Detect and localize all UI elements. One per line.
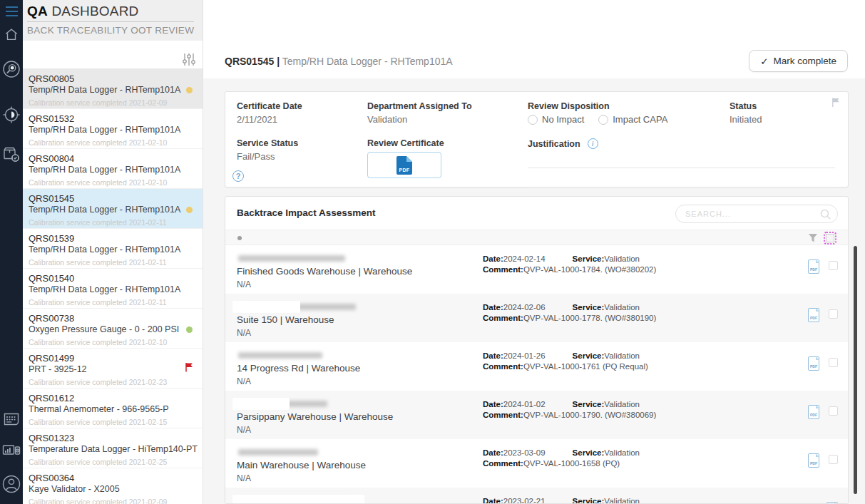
list-item[interactable]: QRS00804 Temp/RH Data Logger - RHTemp101…: [23, 149, 203, 189]
record-id: QRS01612: [29, 393, 181, 403]
table-row[interactable]: Suite 150 | Warehouse N/A Date:2024-02-0…: [225, 294, 848, 342]
menu-icon[interactable]: [0, 5, 23, 18]
search-input[interactable]: [676, 205, 837, 222]
mark-complete-button[interactable]: ✓ Mark complete: [749, 50, 848, 72]
row-comment: QVP-VAL-1000-1784. (WO#380202): [523, 265, 656, 274]
row-service: Validation: [604, 448, 640, 457]
table-row[interactable]: Parsippany Warehouse | Warehouse N/A Dat…: [225, 391, 848, 439]
assessment-table-header: [225, 230, 848, 245]
app-window: QA DASHBOARD BACK TRACEABILITY OOT REVIE…: [0, 0, 865, 504]
date-label: Date:: [483, 254, 503, 263]
list-item[interactable]: QRS01539 Temp/RH Data Logger - RHTemp101…: [23, 229, 203, 269]
justification-label: Justification: [528, 139, 580, 149]
row-comment: QVP-VAL-1000-1790. (WO#380069): [523, 411, 656, 419]
date-label: Date:: [483, 400, 503, 408]
radio-impact-capa[interactable]: Impact CAPA: [598, 114, 667, 125]
funnel-filter-icon[interactable]: [808, 233, 818, 243]
list-item[interactable]: QRS01540 Temp/RH Data Logger - RHTemp101…: [23, 269, 203, 309]
row-pdf-icon[interactable]: PDF: [808, 405, 819, 419]
row-checkbox[interactable]: [829, 309, 838, 319]
radio-no-impact[interactable]: No Impact: [528, 114, 584, 125]
row-date: 2024-02-14: [503, 254, 546, 263]
justification-input-line[interactable]: [528, 149, 835, 168]
record-meta: Calibration service completed 2021-02-11: [29, 298, 181, 307]
calculator-icon[interactable]: [0, 411, 23, 428]
yellow-dot-indicator: [186, 87, 193, 93]
row-service: Validation: [604, 351, 640, 360]
service-status-field: Service Status Fail/Pass: [237, 138, 367, 187]
row-date: 2024-01-02: [503, 400, 546, 408]
table-row[interactable]: Date:2023-02-21Service:Validation PDF: [225, 488, 848, 504]
row-checkbox[interactable]: [829, 358, 838, 367]
green-dot-indicator: [186, 326, 193, 333]
row-pdf-icon[interactable]: PDF: [808, 259, 819, 274]
row-location: Suite 150 | Warehouse: [237, 314, 483, 325]
user-icon[interactable]: [0, 474, 23, 494]
list-item[interactable]: QRS01499 PRT - 3925-12 Calibration servi…: [23, 349, 203, 389]
detail-header: QRS01545 | Temp/RH Data Logger - RHTemp1…: [203, 0, 865, 78]
yellow-dot-indicator: [186, 207, 193, 213]
target-icon[interactable]: [0, 106, 23, 124]
record-meta: Calibration service completed 2021-02-11: [29, 258, 181, 267]
help-icon[interactable]: ?: [232, 170, 244, 182]
list-item[interactable]: QRS00738 Oxygen Pressure Gauge - 0 - 200…: [23, 309, 203, 349]
list-item[interactable]: QRS01532 Temp/RH Data Logger - RHTemp101…: [23, 109, 203, 149]
row-pdf-label: PDF: [809, 364, 819, 369]
row-service: Validation: [604, 254, 640, 263]
home-icon[interactable]: [0, 26, 23, 43]
list-item-selected[interactable]: QRS01545 Temp/RH Data Logger - RHTemp101…: [23, 189, 203, 229]
justification-input-line[interactable]: [528, 168, 835, 187]
radio-circle[interactable]: [598, 115, 608, 125]
row-pdf-label: PDF: [809, 316, 819, 320]
filter-sliders-icon[interactable]: [182, 53, 196, 66]
flag-icon[interactable]: [831, 97, 841, 108]
table-row[interactable]: Finished Goods Warehouse | Warehouse N/A…: [225, 245, 848, 294]
page-title: QA DASHBOARD: [27, 4, 194, 22]
list-item[interactable]: QRS00364 Kaye Validator - X2005 Calibrat…: [23, 468, 203, 504]
package-check-icon[interactable]: [0, 145, 23, 163]
redacted-company-name: [237, 496, 483, 504]
scrollbar[interactable]: [854, 246, 857, 494]
row-checkbox[interactable]: [829, 261, 838, 270]
detail-panel: QRS01545 | Temp/RH Data Logger - RHTemp1…: [203, 0, 865, 504]
row-pdf-icon[interactable]: PDF: [808, 453, 819, 468]
row-na: N/A: [237, 279, 483, 289]
row-date: 2024-01-26: [503, 351, 546, 360]
radio-circle[interactable]: [528, 115, 538, 125]
record-meta: Calibration service completed 2021-02-15: [29, 418, 181, 426]
select-all-checkbox[interactable]: [826, 234, 834, 242]
department-value: Validation: [367, 114, 528, 125]
record-device: Temp/RH Data Logger - RHTemp101A: [29, 164, 181, 175]
info-icon[interactable]: i: [588, 138, 598, 149]
record-device: PRT - 3925-12: [29, 364, 181, 375]
comment-label: Comment:: [483, 314, 523, 322]
service-label: Service:: [573, 400, 605, 408]
row-pdf-icon[interactable]: PDF: [808, 356, 819, 371]
assessment-title: Backtrace Impact Assessment: [237, 207, 376, 218]
list-item[interactable]: QRS01612 Thermal Anemometer - 966-9565-P…: [23, 389, 203, 428]
search-icon[interactable]: [0, 60, 23, 78]
record-meta: Calibration service completed 2021-02-10: [29, 178, 181, 187]
row-pdf-icon[interactable]: PDF: [808, 308, 819, 322]
record-device: Temp/RH Data Logger - RHTemp101A: [29, 124, 181, 135]
table-row[interactable]: Main Warehouse | Warehouse N/A Date:2023…: [225, 439, 848, 488]
search-glass-icon[interactable]: [820, 209, 831, 220]
list-item[interactable]: QRS00805 Temp/RH Data Logger - RHTemp101…: [23, 69, 203, 109]
service-label: Service:: [573, 351, 605, 360]
assessment-header: Backtrace Impact Assessment: [225, 197, 848, 230]
certificate-date-field: Certificate Date 2/11/2021: [237, 101, 367, 138]
record-device: Temperature Data Logger - HiTemp140-PT: [29, 443, 181, 455]
record-id: QRS01545: [29, 193, 181, 204]
list-item[interactable]: QRS01323 Temperature Data Logger - HiTem…: [23, 428, 203, 468]
report-chart-icon[interactable]: [0, 442, 23, 459]
assessment-search: [675, 205, 838, 223]
open-certificate-pdf-button[interactable]: PDF: [367, 152, 441, 178]
certificate-date-label: Certificate Date: [237, 101, 367, 111]
row-checkbox[interactable]: [829, 455, 838, 464]
status-field: Status Initiated: [730, 101, 836, 138]
justification-field[interactable]: Justification i: [528, 138, 836, 187]
service-label: Service:: [573, 497, 605, 504]
table-row[interactable]: 14 Progress Rd | Warehouse N/A Date:2024…: [225, 342, 848, 391]
row-checkbox[interactable]: [829, 406, 838, 416]
app-header: QA DASHBOARD BACK TRACEABILITY OOT REVIE…: [23, 0, 203, 41]
